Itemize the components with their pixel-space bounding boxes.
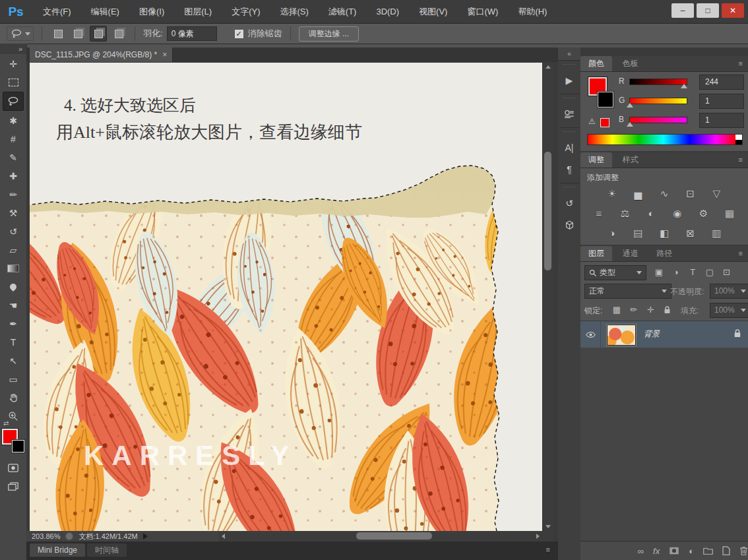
lock-transparent-pixels-icon[interactable]: ▦	[609, 305, 624, 315]
brush-tool[interactable]: ✏	[3, 185, 23, 203]
selective-color-icon[interactable]: ⊠	[681, 226, 701, 241]
document-canvas[interactable]: 4. 选好大致选区后 用Alt+鼠标滚轮放大图片，查看边缘细节	[30, 63, 542, 531]
panel-menu-icon[interactable]: ≡	[739, 249, 743, 257]
move-tool[interactable]: ✛	[3, 55, 23, 73]
layer-thumbnail[interactable]	[607, 325, 636, 346]
blur-tool[interactable]	[3, 278, 23, 296]
new-adjustment-layer-icon[interactable]: ◐	[689, 546, 694, 556]
black-white-icon[interactable]: ◐	[641, 206, 661, 221]
minimize-button[interactable]: –	[671, 3, 694, 18]
eraser-tool[interactable]: ▱	[3, 241, 23, 259]
levels-icon[interactable]: ▅	[628, 187, 648, 201]
spectrum-bw-end[interactable]	[735, 135, 742, 144]
color-lookup-icon[interactable]: ▦	[720, 206, 739, 221]
scroll-up-arrow[interactable]	[545, 65, 551, 69]
photo-filter-icon[interactable]: ◉	[668, 206, 687, 221]
menu-layer[interactable]: 图层(L)	[174, 0, 222, 23]
tab-channels[interactable]: 通道	[615, 246, 646, 261]
blend-mode-select[interactable]: 正常	[584, 284, 671, 299]
menu-file[interactable]: 文件(F)	[33, 0, 81, 23]
clone-stamp-tool[interactable]: ⚒	[3, 204, 23, 222]
tab-styles[interactable]: 样式	[615, 152, 646, 168]
new-layer-icon[interactable]	[722, 546, 730, 555]
filter-type-layers-icon[interactable]: T	[685, 267, 700, 277]
red-slider-thumb[interactable]	[681, 84, 687, 88]
burn-tool[interactable]: ☚	[3, 296, 23, 314]
feather-input[interactable]: 0 像素	[167, 26, 217, 41]
tab-adjustments[interactable]: 调整	[580, 152, 612, 168]
menu-filter[interactable]: 滤镜(T)	[319, 0, 367, 23]
filter-pixel-layers-icon[interactable]: ▣	[652, 267, 666, 277]
close-icon[interactable]: ×	[162, 47, 167, 62]
filter-smart-objects-icon[interactable]: ⊡	[720, 267, 734, 277]
green-value-input[interactable]: 1	[699, 94, 744, 109]
pen-tool[interactable]: ✒	[3, 315, 23, 332]
new-group-icon[interactable]	[703, 547, 713, 555]
hue-saturation-icon[interactable]: ≡	[589, 206, 609, 221]
scroll-left-arrow[interactable]	[222, 534, 225, 539]
menu-type[interactable]: 文字(Y)	[222, 0, 270, 23]
menu-3d[interactable]: 3D(D)	[366, 0, 409, 23]
path-selection-tool[interactable]: ↖	[3, 352, 23, 369]
tab-swatches[interactable]: 色板	[615, 56, 646, 71]
green-slider-thumb[interactable]	[627, 103, 633, 108]
document-size-info[interactable]: 文档:1.42M/1.42M	[78, 532, 137, 542]
red-slider[interactable]	[629, 78, 687, 85]
menu-edit[interactable]: 编辑(E)	[81, 0, 129, 23]
gradient-tool[interactable]	[3, 259, 23, 277]
threshold-icon[interactable]: ◧	[654, 226, 674, 241]
layer-name[interactable]: 背景	[644, 328, 660, 340]
color-spectrum-ramp[interactable]	[587, 134, 743, 145]
menu-view[interactable]: 视图(V)	[409, 0, 457, 23]
swap-colors-icon[interactable]: ⇄	[3, 420, 9, 427]
link-layers-icon[interactable]: ∞	[638, 546, 644, 556]
refine-edge-button[interactable]: 调整边缘 ...	[299, 26, 359, 42]
panel-menu-icon[interactable]: ≡	[546, 545, 550, 553]
status-menu-arrow[interactable]	[143, 533, 148, 540]
scroll-down-arrow[interactable]	[545, 525, 551, 528]
rectangular-marquee-tool[interactable]	[3, 73, 23, 91]
red-value-input[interactable]: 244	[699, 75, 744, 90]
selection-mode-add[interactable]	[70, 26, 86, 41]
opacity-select[interactable]: 100%	[710, 284, 748, 299]
lasso-tool[interactable]	[3, 92, 24, 111]
type-tool[interactable]: T	[3, 333, 23, 351]
curves-icon[interactable]: ∿	[654, 187, 674, 201]
blue-slider[interactable]	[629, 117, 687, 123]
selection-mode-subtract[interactable]	[90, 26, 107, 42]
lock-image-pixels-icon[interactable]: ✏	[627, 305, 641, 315]
green-slider[interactable]	[629, 98, 687, 104]
lock-all-icon[interactable]	[660, 305, 675, 315]
close-button[interactable]: ✕	[722, 3, 744, 18]
screen-mode-button[interactable]	[3, 478, 23, 495]
quick-mask-button[interactable]	[3, 459, 23, 477]
menu-select[interactable]: 选择(S)	[270, 0, 318, 23]
paragraph-panel-icon[interactable]: ¶	[561, 161, 578, 178]
healing-brush-tool[interactable]: ✚	[3, 167, 23, 185]
history-brush-tool[interactable]: ↺	[3, 222, 23, 240]
lock-position-icon[interactable]: ✛	[643, 305, 658, 315]
gamut-warning-icon[interactable]: ⚠	[588, 117, 596, 126]
vertical-scroll-thumb[interactable]	[544, 152, 551, 270]
selection-mode-intersect[interactable]	[111, 26, 127, 41]
background-color-swatch[interactable]	[598, 92, 613, 108]
character-panel-icon[interactable]: A|	[561, 139, 578, 156]
rectangle-tool[interactable]: ▭	[3, 370, 23, 388]
filter-adjustment-layers-icon[interactable]: ◑	[669, 267, 683, 277]
menu-window[interactable]: 窗口(W)	[457, 0, 508, 23]
color-balance-icon[interactable]: ⚖	[615, 206, 635, 221]
tab-timeline[interactable]: 时间轴	[87, 544, 127, 557]
vertical-scrollbar[interactable]	[542, 63, 553, 531]
horizontal-scrollbar[interactable]	[219, 531, 542, 542]
layer-row-background[interactable]: 背景	[580, 321, 748, 348]
background-color-swatch[interactable]	[12, 440, 24, 452]
tab-color[interactable]: 颜色	[580, 56, 612, 71]
history-panel-icon[interactable]: ↺	[561, 195, 578, 212]
crop-tool[interactable]: #	[3, 130, 23, 148]
invert-icon[interactable]: ◑	[602, 226, 622, 241]
eyedropper-tool[interactable]: ✎	[3, 148, 23, 166]
layer-visibility-toggle[interactable]	[580, 321, 601, 348]
add-layer-mask-icon[interactable]	[669, 547, 679, 555]
clone-source-panel-icon[interactable]	[561, 106, 578, 123]
document-tab[interactable]: DSC_1115.JPG @ 204%(RGB/8) * ×	[30, 47, 173, 62]
